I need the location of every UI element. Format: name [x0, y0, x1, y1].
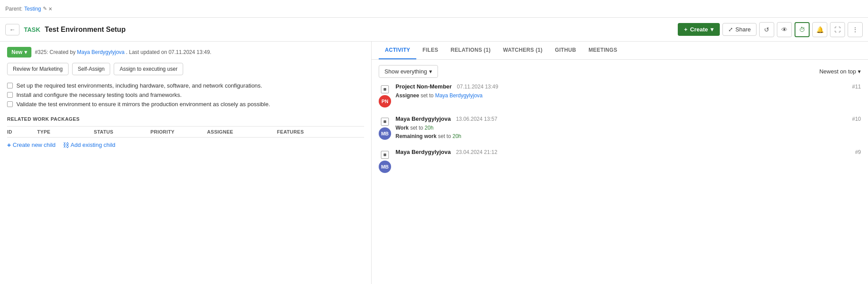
entry1-left-col: PN	[379, 83, 391, 107]
entry3-header-row: Maya Berdygylyjova 23.04.2024 21:12 #9	[396, 149, 861, 155]
entry1-assignee-link[interactable]: Maya Berdygylyjova	[435, 92, 482, 99]
related-title: RELATED WORK PACKAGES	[7, 116, 364, 122]
description-text-3: Validate the test environment to ensure …	[16, 101, 270, 107]
sort-label: Newest on top	[819, 68, 856, 75]
create-plus-icon: +	[684, 26, 687, 33]
task-type-label: TASK	[24, 26, 40, 33]
related-section: RELATED WORK PACKAGES ID TYPE STATUS PRI…	[7, 116, 364, 149]
tab-activity[interactable]: ACTIVITY	[379, 42, 416, 59]
checkbox-3[interactable]	[7, 101, 13, 107]
status-chevron-icon: ▾	[24, 49, 27, 55]
filter-label: Show everything	[384, 68, 427, 75]
eye-icon-button[interactable]: 👁	[777, 22, 792, 37]
create-button[interactable]: + Create ▾	[678, 23, 720, 36]
parent-text: Parent:	[5, 6, 23, 12]
activity-entry-2: MB Maya Berdygylyjova 13.06.2024 13:57 #…	[379, 115, 861, 141]
checkbox-1[interactable]	[7, 83, 13, 88]
entry2-number: #10	[852, 116, 861, 122]
create-child-plus-icon: +	[7, 141, 11, 149]
share-button[interactable]: ⤢ Share	[722, 23, 757, 36]
sort-button[interactable]: Newest on top ▾	[819, 68, 861, 75]
entry2-square	[381, 118, 389, 126]
share-label: Share	[735, 26, 751, 33]
clock-icon-button[interactable]: ⏱	[795, 22, 810, 37]
entry2-content: Maya Berdygylyjova 13.06.2024 13:57 #10 …	[396, 115, 861, 141]
close-parent-icon[interactable]: ×	[49, 5, 52, 12]
tabs: ACTIVITY FILES RELATIONS (1) WATCHERS (1…	[372, 42, 868, 60]
col-type: TYPE	[37, 129, 90, 134]
back-button[interactable]: ←	[5, 24, 19, 35]
add-child-label: Add existing child	[71, 142, 115, 148]
entry2-body: Work set to 20h Remaining work set to 20…	[396, 124, 861, 141]
self-assign-button[interactable]: Self-Assign	[72, 63, 111, 75]
description-text-1: Set up the required test environments, i…	[16, 82, 262, 89]
bell-icon-button[interactable]: 🔔	[812, 22, 827, 37]
entry2-time: 13.06.2024 13:57	[456, 116, 497, 122]
tab-relations[interactable]: RELATIONS (1)	[445, 42, 497, 59]
entry3-content: Maya Berdygylyjova 23.04.2024 21:12 #9	[396, 149, 861, 173]
more-icon-button[interactable]: ⋮	[848, 22, 863, 37]
entry2-header-row: Maya Berdygylyjova 13.06.2024 13:57 #10	[396, 115, 861, 122]
description-item-2: Install and configure the necessary test…	[7, 92, 364, 98]
top-bar: Parent: Testing ✎ ×	[0, 0, 868, 18]
filter-chevron-icon: ▾	[429, 68, 432, 75]
entry3-author: Maya Berdygylyjova	[396, 149, 451, 155]
description-item-3: Validate the test environment to ensure …	[7, 101, 364, 107]
chat-icon-button[interactable]: ↺	[759, 22, 774, 37]
create-chevron-icon: ▾	[711, 26, 714, 33]
description-text-2: Install and configure the necessary test…	[16, 92, 182, 98]
entry2-left-col: MB	[379, 115, 391, 141]
related-actions: + Create new child ⛓ Add existing child	[7, 141, 364, 149]
status-bar: New ▾ #325: Created by Maya Berdygylyjov…	[7, 47, 364, 58]
description-item-1: Set up the required test environments, i…	[7, 82, 364, 89]
col-id: ID	[7, 129, 34, 134]
tab-meetings[interactable]: MEETINGS	[582, 42, 623, 59]
create-label: Create	[690, 26, 708, 33]
author-link[interactable]: Maya Berdygylyjova	[77, 49, 124, 55]
activity-list: PN Project Non-Member 07.11.2024 13:49 #…	[372, 83, 868, 173]
title-area: ← TASK Test Environment Setup	[5, 24, 126, 35]
entry3-square	[381, 151, 389, 159]
filter-button[interactable]: Show everything ▾	[379, 65, 438, 78]
entry1-time: 07.11.2024 13:49	[457, 84, 498, 90]
status-info: #325: Created by Maya Berdygylyjova . La…	[35, 49, 211, 55]
share-icon: ⤢	[728, 26, 733, 33]
link-icon: ⛓	[63, 142, 69, 149]
entry1-number: #11	[852, 84, 861, 90]
entry1-meta: Project Non-Member 07.11.2024 13:49	[396, 83, 498, 90]
entry1-author: Project Non-Member	[396, 83, 452, 90]
entry1-square	[381, 85, 389, 93]
task-title: Test Environment Setup	[45, 26, 126, 34]
add-existing-child-button[interactable]: ⛓ Add existing child	[63, 142, 115, 149]
activity-entry-3: MB Maya Berdygylyjova 23.04.2024 21:12 #…	[379, 149, 861, 173]
header-actions: + Create ▾ ⤢ Share ↺ 👁 ⏱ 🔔 ⛶ ⋮	[678, 22, 863, 37]
entry1-header-row: Project Non-Member 07.11.2024 13:49 #11	[396, 83, 861, 90]
action-buttons: Review for Marketing Self-Assign Assign …	[7, 63, 364, 75]
assign-executing-button[interactable]: Assign to executing user	[114, 63, 183, 75]
tab-files[interactable]: FILES	[416, 42, 445, 59]
status-badge[interactable]: New ▾	[7, 47, 31, 58]
content-area: New ▾ #325: Created by Maya Berdygylyjov…	[0, 42, 868, 284]
entry2-author: Maya Berdygylyjova	[396, 115, 451, 122]
activity-entry-1: PN Project Non-Member 07.11.2024 13:49 #…	[379, 83, 861, 107]
description-section: Set up the required test environments, i…	[7, 82, 364, 107]
entry3-number: #9	[855, 149, 861, 155]
expand-icon: ⛶	[834, 26, 841, 33]
left-panel: New ▾ #325: Created by Maya Berdygylyjov…	[0, 42, 372, 284]
main-header: ← TASK Test Environment Setup + Create ▾…	[0, 18, 868, 42]
parent-label: Parent: Testing ✎ ×	[5, 5, 52, 12]
tab-github[interactable]: GITHUB	[549, 42, 582, 59]
checkbox-2[interactable]	[7, 92, 13, 98]
edit-parent-icon[interactable]: ✎	[43, 6, 47, 12]
expand-icon-button[interactable]: ⛶	[830, 22, 845, 37]
status-label: New	[12, 49, 23, 55]
create-child-label: Create new child	[13, 142, 56, 148]
entry2-meta: Maya Berdygylyjova 13.06.2024 13:57	[396, 115, 497, 122]
col-features: FEATURES	[277, 129, 343, 134]
create-child-button[interactable]: + Create new child	[7, 141, 56, 149]
parent-link[interactable]: Testing	[24, 6, 41, 12]
activity-controls: Show everything ▾ Newest on top ▾	[372, 60, 868, 83]
entry1-avatar: PN	[379, 95, 391, 107]
tab-watchers[interactable]: WATCHERS (1)	[497, 42, 549, 59]
review-marketing-button[interactable]: Review for Marketing	[7, 63, 69, 75]
